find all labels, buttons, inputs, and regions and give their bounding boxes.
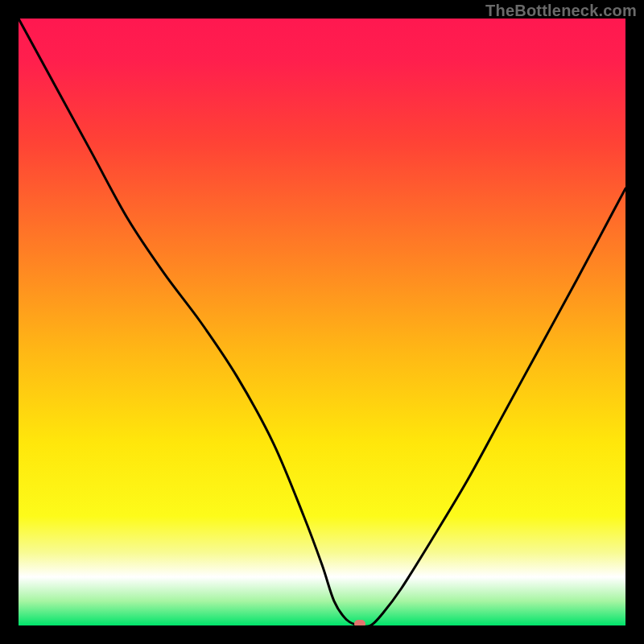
- plot-area: [19, 19, 625, 625]
- bottleneck-curve: [19, 19, 625, 625]
- watermark-text: TheBottleneck.com: [485, 2, 637, 20]
- optimum-marker: [354, 620, 365, 625]
- chart-frame: TheBottleneck.com: [0, 0, 644, 644]
